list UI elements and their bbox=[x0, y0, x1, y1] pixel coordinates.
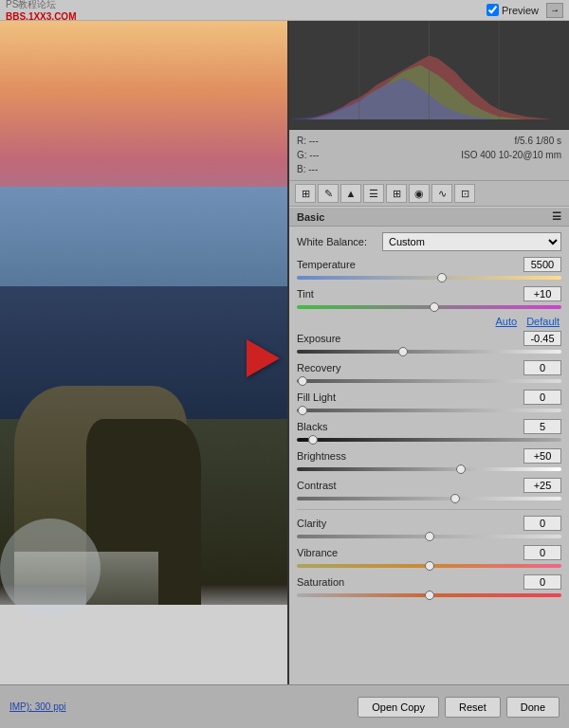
controls-panel: White Balance: Custom As Shot Auto Dayli… bbox=[289, 227, 569, 684]
blacks-input[interactable] bbox=[523, 419, 561, 434]
gradient-tool[interactable]: ▲ bbox=[340, 184, 361, 203]
heal-tool[interactable]: ✎ bbox=[318, 184, 339, 203]
g-value: --- bbox=[309, 150, 319, 160]
g-label: G: bbox=[297, 150, 307, 160]
recovery-input[interactable] bbox=[523, 360, 561, 375]
image-preview bbox=[0, 21, 287, 684]
camera-info: f/5.6 1/80 s ISO 400 10-20@10 mm bbox=[461, 134, 561, 176]
vibrance-thumb[interactable] bbox=[425, 561, 434, 571]
temperature-label: Temperature bbox=[297, 259, 356, 270]
vibrance-row: Vibrance bbox=[297, 545, 561, 571]
fill-light-track[interactable] bbox=[297, 406, 561, 415]
brightness-row: Brightness bbox=[297, 448, 561, 474]
r-value: --- bbox=[309, 136, 319, 146]
tint-track[interactable] bbox=[297, 302, 561, 312]
crop-tool[interactable]: ⊞ bbox=[295, 184, 316, 203]
clarity-track[interactable] bbox=[297, 532, 561, 541]
preview-checkbox[interactable] bbox=[486, 4, 499, 16]
clarity-row: Clarity bbox=[297, 516, 561, 541]
curve-tool[interactable]: ∿ bbox=[431, 184, 452, 203]
main-area: R: --- G: --- B: --- f/5.6 1/80 s ISO 40… bbox=[0, 21, 569, 684]
histogram-canvas bbox=[289, 21, 569, 129]
detail-tool[interactable]: ⊞ bbox=[386, 184, 407, 203]
brightness-input[interactable] bbox=[523, 448, 561, 464]
b-label: B: bbox=[297, 164, 305, 174]
fill-light-row: Fill Light bbox=[297, 390, 561, 415]
adjust-tool[interactable]: ☰ bbox=[363, 184, 384, 203]
clarity-thumb[interactable] bbox=[425, 532, 434, 541]
saturation-row: Saturation bbox=[297, 574, 561, 600]
temperature-thumb[interactable] bbox=[437, 273, 447, 282]
vibrance-track[interactable] bbox=[297, 561, 561, 571]
contrast-input[interactable] bbox=[523, 478, 561, 493]
shutter: 1/80 s bbox=[536, 136, 561, 146]
bottom-bar: IMP); 300 ppi Open Copy Reset Done bbox=[0, 684, 569, 728]
exposure-label: Exposure bbox=[297, 333, 340, 344]
temperature-input[interactable] bbox=[523, 257, 561, 272]
reset-button[interactable]: Reset bbox=[445, 697, 501, 718]
contrast-label: Contrast bbox=[297, 480, 337, 491]
bottom-info: IMP); 300 ppi bbox=[9, 701, 65, 712]
top-bar: PS教程论坛 BBS.1XX3.COM Preview → bbox=[0, 0, 569, 21]
exposure-thumb[interactable] bbox=[398, 347, 408, 356]
blacks-row: Blacks bbox=[297, 419, 561, 445]
recovery-thumb[interactable] bbox=[298, 376, 307, 386]
white-balance-row: White Balance: Custom As Shot Auto Dayli… bbox=[297, 232, 561, 251]
info-bar: R: --- G: --- B: --- f/5.6 1/80 s ISO 40… bbox=[289, 130, 569, 181]
image-panel bbox=[0, 21, 289, 684]
temperature-track[interactable] bbox=[297, 273, 561, 282]
lens: 10-20@10 mm bbox=[499, 150, 561, 160]
white-balance-label: White Balance: bbox=[297, 236, 382, 247]
exposure-input[interactable] bbox=[523, 331, 561, 346]
section-header: Basic ☰ bbox=[289, 207, 569, 227]
lens-tool[interactable]: ⊡ bbox=[454, 184, 475, 203]
aperture: f/5.6 bbox=[515, 136, 533, 146]
brightness-thumb[interactable] bbox=[456, 464, 466, 474]
bottom-buttons: Open Copy Reset Done bbox=[358, 697, 560, 718]
auto-button[interactable]: Auto bbox=[496, 316, 518, 327]
brightness-track[interactable] bbox=[297, 464, 561, 474]
done-button[interactable]: Done bbox=[506, 697, 560, 718]
white-balance-select[interactable]: Custom As Shot Auto Daylight Cloudy Shad… bbox=[382, 232, 561, 251]
default-button[interactable]: Default bbox=[526, 316, 560, 327]
exposure-track[interactable] bbox=[297, 347, 561, 356]
temperature-row: Temperature bbox=[297, 257, 561, 282]
r-label: R: bbox=[297, 136, 306, 146]
clarity-input[interactable] bbox=[523, 516, 561, 531]
contrast-row: Contrast bbox=[297, 478, 561, 503]
brightness-label: Brightness bbox=[297, 450, 346, 462]
fill-light-input[interactable] bbox=[523, 390, 561, 405]
exposure-row: Exposure bbox=[297, 331, 561, 356]
contrast-track[interactable] bbox=[297, 494, 561, 503]
b-value: --- bbox=[308, 164, 318, 174]
section-menu-icon[interactable]: ☰ bbox=[552, 210, 561, 223]
clarity-label: Clarity bbox=[297, 518, 326, 529]
recovery-row: Recovery bbox=[297, 360, 561, 386]
preview-checkbox-group: Preview bbox=[486, 4, 539, 16]
saturation-input[interactable] bbox=[523, 574, 561, 590]
preview-label: Preview bbox=[502, 5, 539, 16]
contrast-thumb[interactable] bbox=[450, 494, 460, 503]
recovery-track[interactable] bbox=[297, 376, 561, 386]
open-copy-button[interactable]: Open Copy bbox=[358, 697, 439, 718]
section-title: Basic bbox=[297, 211, 324, 223]
divider bbox=[297, 509, 561, 510]
watermark: PS教程论坛 BBS.1XX3.COM bbox=[6, 0, 76, 22]
blacks-thumb[interactable] bbox=[308, 435, 318, 445]
tint-input[interactable] bbox=[523, 286, 561, 301]
tint-row: Tint bbox=[297, 286, 561, 312]
auto-default-row: Auto Default bbox=[297, 316, 561, 327]
vibrance-label: Vibrance bbox=[297, 547, 338, 558]
histogram bbox=[289, 21, 569, 130]
right-panel: R: --- G: --- B: --- f/5.6 1/80 s ISO 40… bbox=[289, 21, 569, 684]
saturation-track[interactable] bbox=[297, 591, 561, 600]
hsl-tool[interactable]: ◉ bbox=[409, 184, 430, 203]
fill-light-thumb[interactable] bbox=[298, 406, 307, 415]
saturation-thumb[interactable] bbox=[425, 591, 434, 600]
forward-button[interactable]: → bbox=[546, 3, 563, 18]
blacks-label: Blacks bbox=[297, 421, 327, 432]
tint-thumb[interactable] bbox=[430, 302, 439, 312]
vibrance-input[interactable] bbox=[523, 545, 561, 560]
blacks-track[interactable] bbox=[297, 435, 561, 445]
iso: ISO 400 bbox=[461, 150, 496, 160]
